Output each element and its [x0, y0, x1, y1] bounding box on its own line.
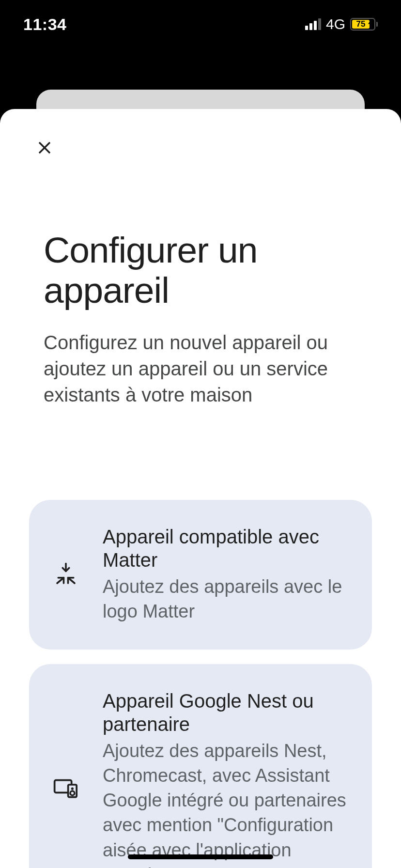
status-time: 11:34: [23, 15, 66, 34]
svg-point-5: [71, 788, 74, 790]
option-description: Ajoutez des appareils Nest, Chromecast, …: [103, 739, 350, 868]
battery-percentage: 75: [356, 19, 366, 29]
status-indicators: 4G 75: [305, 16, 378, 32]
background-sheet: [36, 90, 365, 109]
charging-bolt-icon: [368, 20, 373, 29]
battery-icon: 75: [350, 18, 378, 31]
modal-sheet: Configurer un appareil Configurez un nou…: [0, 109, 401, 868]
option-title: Appareil compatible avec Matter: [103, 525, 350, 572]
options-list: Appareil compatible avec Matter Ajoutez …: [0, 500, 401, 868]
home-indicator[interactable]: [128, 854, 273, 859]
close-icon: [34, 138, 55, 158]
network-label: 4G: [326, 16, 345, 32]
matter-icon: [48, 557, 83, 592]
devices-icon: [48, 771, 83, 806]
option-description: Ajoutez des appareils avec le logo Matte…: [103, 574, 350, 624]
option-google-nest-device[interactable]: Appareil Google Nest ou partenaire Ajout…: [29, 664, 372, 868]
page-title: Configurer un appareil: [44, 230, 357, 310]
page-subtitle: Configurez un nouvel appareil ou ajoutez…: [44, 329, 357, 408]
status-bar: 11:34 4G 75: [0, 0, 401, 48]
option-matter-device[interactable]: Appareil compatible avec Matter Ajoutez …: [29, 500, 372, 650]
close-button[interactable]: [30, 133, 59, 162]
option-title: Appareil Google Nest ou partenaire: [103, 689, 350, 736]
cellular-signal-icon: [305, 18, 321, 30]
